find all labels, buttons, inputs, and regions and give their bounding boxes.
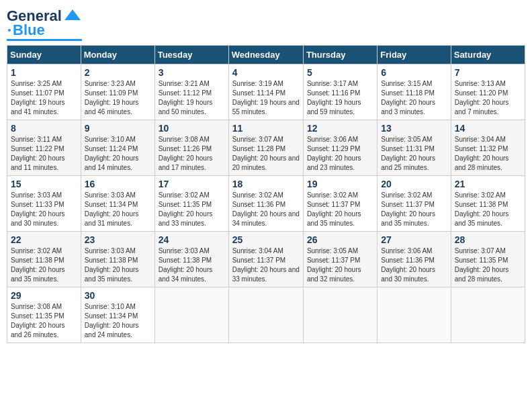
day-number: 5: [307, 67, 373, 78]
day-info: Sunrise: 3:04 AMSunset: 11:32 PMDaylight…: [455, 135, 521, 173]
logo-divider: [7, 39, 82, 41]
day-number: 12: [307, 123, 373, 134]
calendar-cell: 21 Sunrise: 3:02 AMSunset: 11:38 PMDayli…: [451, 176, 525, 232]
calendar-cell: 28 Sunrise: 3:07 AMSunset: 11:35 PMDayli…: [451, 232, 525, 287]
logo: General Blue: [7, 7, 82, 41]
day-info: Sunrise: 3:05 AMSunset: 11:31 PMDaylight…: [381, 135, 447, 173]
day-info: Sunrise: 3:02 AMSunset: 11:35 PMDaylight…: [159, 191, 225, 228]
day-number: 23: [85, 234, 151, 245]
day-number: 29: [11, 290, 77, 301]
calendar-cell: 18 Sunrise: 3:02 AMSunset: 11:36 PMDayli…: [228, 176, 303, 232]
day-number: 14: [455, 123, 521, 134]
calendar-cell: 23 Sunrise: 3:03 AMSunset: 11:38 PMDayli…: [81, 232, 154, 287]
day-info: Sunrise: 3:02 AMSunset: 11:38 PMDaylight…: [455, 191, 521, 228]
calendar-cell: 1 Sunrise: 3:25 AMSunset: 11:07 PMDaylig…: [7, 64, 81, 120]
day-info: Sunrise: 3:08 AMSunset: 11:26 PMDaylight…: [159, 135, 225, 173]
week-row-1: 1 Sunrise: 3:25 AMSunset: 11:07 PMDaylig…: [7, 64, 525, 120]
calendar-cell: 10 Sunrise: 3:08 AMSunset: 11:26 PMDayli…: [154, 120, 228, 176]
day-number: 4: [232, 67, 300, 78]
day-info: Sunrise: 3:03 AMSunset: 11:33 PMDaylight…: [11, 191, 77, 228]
calendar-table: SundayMondayTuesdayWednesdayThursdayFrid…: [7, 45, 525, 343]
calendar-cell: 27 Sunrise: 3:06 AMSunset: 11:36 PMDayli…: [378, 232, 451, 287]
weekday-header-friday: Friday: [378, 46, 451, 64]
header: General Blue: [7, 7, 525, 41]
day-info: Sunrise: 3:19 AMSunset: 11:14 PMDaylight…: [232, 79, 300, 117]
calendar-cell: 14 Sunrise: 3:04 AMSunset: 11:32 PMDayli…: [451, 120, 525, 176]
week-row-4: 22 Sunrise: 3:02 AMSunset: 11:38 PMDayli…: [7, 232, 525, 287]
day-info: Sunrise: 3:02 AMSunset: 11:37 PMDaylight…: [381, 191, 447, 228]
day-info: Sunrise: 3:11 AMSunset: 11:22 PMDaylight…: [11, 135, 77, 173]
day-info: Sunrise: 3:07 AMSunset: 11:35 PMDaylight…: [455, 246, 521, 284]
day-info: Sunrise: 3:21 AMSunset: 11:12 PMDaylight…: [159, 79, 225, 117]
calendar-cell: 12 Sunrise: 3:06 AMSunset: 11:29 PMDayli…: [303, 120, 377, 176]
calendar-cell: [154, 287, 228, 343]
page-container: General Blue SundayMondayTuesdayWednesda…: [7, 7, 525, 343]
day-info: Sunrise: 3:08 AMSunset: 11:35 PMDaylight…: [11, 302, 77, 340]
day-number: 26: [307, 234, 373, 245]
day-number: 15: [11, 179, 77, 189]
calendar-cell: [451, 287, 525, 343]
day-info: Sunrise: 3:02 AMSunset: 11:36 PMDaylight…: [232, 191, 300, 228]
week-row-3: 15 Sunrise: 3:03 AMSunset: 11:33 PMDayli…: [7, 176, 525, 232]
day-info: Sunrise: 3:03 AMSunset: 11:38 PMDaylight…: [85, 246, 151, 284]
calendar-cell: 29 Sunrise: 3:08 AMSunset: 11:35 PMDayli…: [7, 287, 81, 343]
weekday-header-wednesday: Wednesday: [228, 46, 303, 64]
calendar-cell: 19 Sunrise: 3:02 AMSunset: 11:37 PMDayli…: [303, 176, 377, 232]
calendar-cell: 7 Sunrise: 3:13 AMSunset: 11:20 PMDaylig…: [451, 64, 525, 120]
day-number: 21: [455, 179, 521, 189]
day-number: 9: [85, 123, 151, 134]
calendar-cell: 30 Sunrise: 3:10 AMSunset: 11:34 PMDayli…: [81, 287, 154, 343]
day-info: Sunrise: 3:02 AMSunset: 11:37 PMDaylight…: [307, 191, 373, 228]
svg-marker-0: [64, 9, 81, 20]
weekday-header-row: SundayMondayTuesdayWednesdayThursdayFrid…: [7, 46, 525, 64]
calendar-cell: 24 Sunrise: 3:03 AMSunset: 11:38 PMDayli…: [154, 232, 228, 287]
day-info: Sunrise: 3:04 AMSunset: 11:37 PMDaylight…: [232, 246, 300, 284]
calendar-cell: 9 Sunrise: 3:10 AMSunset: 11:24 PMDaylig…: [81, 120, 154, 176]
calendar-cell: 22 Sunrise: 3:02 AMSunset: 11:38 PMDayli…: [7, 232, 81, 287]
day-number: 27: [381, 234, 447, 245]
day-number: 6: [381, 67, 447, 78]
day-number: 30: [85, 290, 151, 301]
day-info: Sunrise: 3:15 AMSunset: 11:18 PMDaylight…: [381, 79, 447, 117]
calendar-cell: 11 Sunrise: 3:07 AMSunset: 11:28 PMDayli…: [228, 120, 303, 176]
day-info: Sunrise: 3:03 AMSunset: 11:34 PMDaylight…: [85, 191, 151, 228]
calendar-cell: [228, 287, 303, 343]
calendar-cell: 4 Sunrise: 3:19 AMSunset: 11:14 PMDaylig…: [228, 64, 303, 120]
calendar-cell: 5 Sunrise: 3:17 AMSunset: 11:16 PMDaylig…: [303, 64, 377, 120]
day-info: Sunrise: 3:06 AMSunset: 11:29 PMDaylight…: [307, 135, 373, 173]
calendar-cell: [378, 287, 451, 343]
day-number: 28: [455, 234, 521, 245]
day-number: 13: [381, 123, 447, 134]
calendar-cell: 15 Sunrise: 3:03 AMSunset: 11:33 PMDayli…: [7, 176, 81, 232]
day-info: Sunrise: 3:10 AMSunset: 11:34 PMDaylight…: [85, 302, 151, 340]
day-number: 17: [159, 179, 225, 189]
day-info: Sunrise: 3:25 AMSunset: 11:07 PMDaylight…: [11, 79, 77, 117]
calendar-cell: 6 Sunrise: 3:15 AMSunset: 11:18 PMDaylig…: [378, 64, 451, 120]
day-info: Sunrise: 3:05 AMSunset: 11:37 PMDaylight…: [307, 246, 373, 284]
day-number: 10: [159, 123, 225, 134]
day-info: Sunrise: 3:23 AMSunset: 11:09 PMDaylight…: [85, 79, 151, 117]
day-number: 7: [455, 67, 521, 78]
calendar-cell: 17 Sunrise: 3:02 AMSunset: 11:35 PMDayli…: [154, 176, 228, 232]
weekday-header-sunday: Sunday: [7, 46, 81, 64]
day-info: Sunrise: 3:02 AMSunset: 11:38 PMDaylight…: [11, 246, 77, 284]
calendar-cell: 3 Sunrise: 3:21 AMSunset: 11:12 PMDaylig…: [154, 64, 228, 120]
calendar-cell: 13 Sunrise: 3:05 AMSunset: 11:31 PMDayli…: [378, 120, 451, 176]
calendar-cell: 16 Sunrise: 3:03 AMSunset: 11:34 PMDayli…: [81, 176, 154, 232]
day-number: 2: [85, 67, 151, 78]
calendar-cell: 2 Sunrise: 3:23 AMSunset: 11:09 PMDaylig…: [81, 64, 154, 120]
logo-text-blue: Blue: [13, 23, 45, 38]
calendar-cell: 20 Sunrise: 3:02 AMSunset: 11:37 PMDayli…: [378, 176, 451, 232]
calendar-cell: 26 Sunrise: 3:05 AMSunset: 11:37 PMDayli…: [303, 232, 377, 287]
day-number: 18: [232, 179, 300, 189]
calendar-cell: 8 Sunrise: 3:11 AMSunset: 11:22 PMDaylig…: [7, 120, 81, 176]
day-number: 1: [11, 67, 77, 78]
weekday-header-saturday: Saturday: [451, 46, 525, 64]
calendar-cell: [303, 287, 377, 343]
day-number: 16: [85, 179, 151, 189]
week-row-5: 29 Sunrise: 3:08 AMSunset: 11:35 PMDayli…: [7, 287, 525, 343]
weekday-header-tuesday: Tuesday: [154, 46, 228, 64]
day-info: Sunrise: 3:03 AMSunset: 11:38 PMDaylight…: [159, 246, 225, 284]
day-number: 24: [159, 234, 225, 245]
weekday-header-thursday: Thursday: [303, 46, 377, 64]
